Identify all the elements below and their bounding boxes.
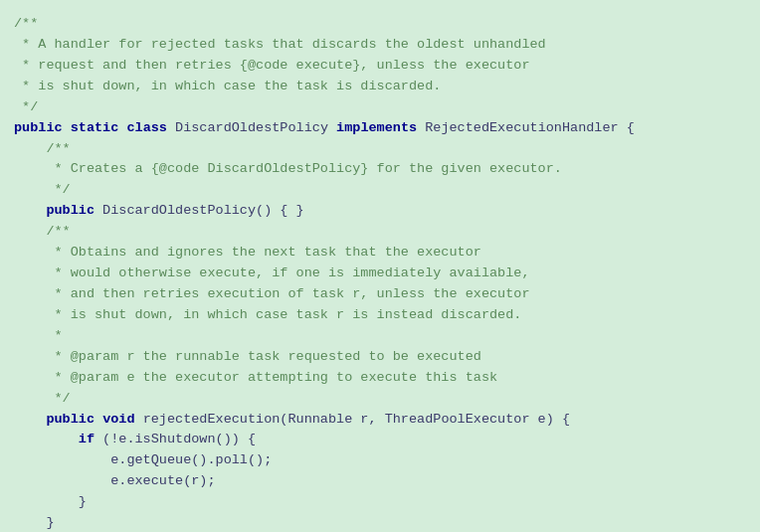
plain-text: } [14, 494, 87, 509]
code-line: e.execute(r); [14, 471, 740, 492]
comment-text: /** [14, 16, 38, 31]
comment-text: * @param r the runnable task requested t… [14, 349, 481, 364]
code-line: /** [14, 222, 740, 243]
code-line: * is shut down, in which case the task i… [14, 77, 740, 97]
code-line: } [14, 492, 740, 513]
code-line: * [14, 326, 740, 347]
code-text: DiscardOldestPolicy() { } [95, 203, 304, 218]
keyword: class [126, 120, 167, 135]
plain-text: } [14, 515, 55, 530]
comment-text: */ [14, 391, 71, 406]
code-text [14, 432, 79, 446]
code-line: * Obtains and ignores the next task that… [14, 243, 740, 264]
code-line: * and then retries execution of task r, … [14, 284, 740, 305]
plain-text: e.getQueue().poll(); [14, 452, 272, 467]
comment-text: * @param e the executor attempting to ex… [14, 370, 497, 385]
code-text: DiscardOldestPolicy [167, 120, 336, 135]
comment-text: * is shut down, in which case the task i… [14, 79, 441, 93]
code-line: /** [14, 139, 740, 160]
keyword: public [14, 120, 63, 135]
code-line: } [14, 513, 740, 532]
code-line: * request and then retries {@code execut… [14, 56, 740, 77]
comment-text: * is shut down, in which case task r is … [14, 307, 521, 322]
code-container: /** * A handler for rejected tasks that … [0, 0, 760, 532]
code-line: * is shut down, in which case task r is … [14, 305, 740, 326]
comment-text: * request and then retries {@code execut… [14, 58, 529, 73]
comment-text: * and then retries execution of task r, … [14, 286, 529, 301]
code-line: * would otherwise execute, if one is imm… [14, 264, 740, 284]
code-line: * A handler for rejected tasks that disc… [14, 35, 740, 56]
code-line: public void rejectedExecution(Runnable r… [14, 410, 740, 431]
plain-text: e.execute(r); [14, 473, 216, 488]
keyword: void [102, 412, 134, 427]
code-line: /** [14, 14, 740, 35]
comment-text: /** [14, 141, 71, 156]
keyword: static [71, 120, 119, 135]
code-text [14, 412, 46, 427]
code-line: public static class DiscardOldestPolicy … [14, 118, 740, 139]
code-text: RejectedExecutionHandler { [417, 120, 635, 135]
comment-text: * [14, 328, 63, 343]
code-line: e.getQueue().poll(); [14, 450, 740, 471]
keyword: implements [336, 120, 417, 135]
code-line: public DiscardOldestPolicy() { } [14, 201, 740, 222]
comment-text: /** [14, 224, 71, 239]
code-line: */ [14, 389, 740, 410]
code-line: * @param e the executor attempting to ex… [14, 368, 740, 389]
code-line: */ [14, 97, 740, 118]
comment-text: * would otherwise execute, if one is imm… [14, 266, 529, 280]
code-text: rejectedExecution(Runnable r, ThreadPool… [135, 412, 570, 427]
code-line: if (!e.isShutdown()) { [14, 430, 740, 450]
code-line: */ [14, 180, 740, 201]
code-text [14, 203, 46, 218]
keyword: if [79, 432, 95, 446]
comment-text: * Creates a {@code DiscardOldestPolicy} … [14, 161, 562, 176]
code-text: (!e.isShutdown()) { [95, 432, 256, 446]
code-line: * Creates a {@code DiscardOldestPolicy} … [14, 159, 740, 180]
code-text [95, 412, 102, 427]
code-line: * @param r the runnable task requested t… [14, 347, 740, 368]
comment-text: */ [14, 182, 71, 197]
code-text [63, 120, 71, 135]
comment-text: * Obtains and ignores the next task that… [14, 245, 481, 260]
keyword: public [46, 412, 95, 427]
comment-text: */ [14, 99, 38, 114]
comment-text: * A handler for rejected tasks that disc… [14, 37, 546, 52]
keyword: public [46, 203, 95, 218]
